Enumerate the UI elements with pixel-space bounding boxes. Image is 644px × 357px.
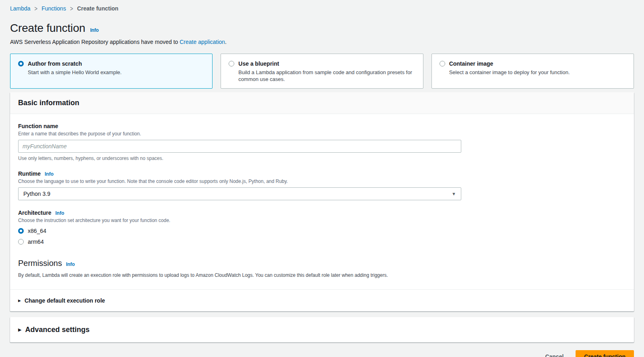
radio-selected-icon[interactable]: [18, 61, 24, 66]
function-name-field-group: Function name Enter a name that describe…: [18, 123, 626, 161]
title-info-link[interactable]: Info: [90, 27, 99, 33]
create-function-button[interactable]: Create function: [576, 350, 634, 357]
advanced-settings-expander[interactable]: ▶ Advanced settings: [10, 317, 634, 342]
create-application-link[interactable]: Create application: [180, 39, 225, 45]
radio-unselected-icon[interactable]: [18, 239, 24, 245]
runtime-field-group: Runtime Info Choose the language to use …: [18, 170, 626, 200]
card-title: Author from scratch: [28, 60, 122, 68]
card-container-image[interactable]: Container image Select a container image…: [431, 54, 634, 89]
architecture-radio-group: x86_64 arm64: [18, 228, 626, 245]
permissions-info-link[interactable]: Info: [66, 262, 75, 267]
expand-collapsed-icon: ▶: [18, 299, 21, 303]
runtime-selected-value: Python 3.9: [23, 191, 50, 197]
permissions-title: Permissions Info: [18, 259, 626, 268]
expander-label: Change default execution role: [25, 297, 105, 304]
basic-information-header: Basic information: [10, 92, 634, 114]
advanced-settings-panel: ▶ Advanced settings: [10, 317, 634, 342]
breadcrumb-current: Create function: [77, 5, 118, 12]
subtitle-period: .: [225, 39, 227, 45]
breadcrumb-separator-icon: >: [35, 5, 38, 12]
architecture-field-group: Architecture Info Choose the instruction…: [18, 210, 626, 245]
basic-information-body: Function name Enter a name that describe…: [10, 114, 634, 289]
architecture-description: Choose the instruction set architecture …: [18, 217, 626, 224]
radio-selected-icon[interactable]: [18, 228, 24, 234]
card-title: Use a blueprint: [238, 60, 415, 68]
breadcrumb-link-functions[interactable]: Functions: [41, 5, 66, 12]
chevron-down-icon: ▼: [452, 191, 456, 196]
card-text: Use a blueprint Build a Lambda applicati…: [238, 60, 415, 83]
function-name-description: Enter a name that describes the purpose …: [18, 131, 626, 137]
architecture-label: Architecture Info: [18, 210, 626, 216]
permissions-title-text: Permissions: [18, 259, 62, 268]
card-text: Container image Select a container image…: [449, 60, 570, 76]
permissions-description: By default, Lambda will create an execut…: [18, 272, 626, 278]
basic-information-panel: Basic information Function name Enter a …: [10, 92, 634, 311]
breadcrumb: Lambda > Functions > Create function: [10, 5, 634, 12]
change-execution-role-expander[interactable]: ▶ Change default execution role: [10, 289, 634, 311]
radio-unselected-icon[interactable]: [229, 61, 234, 66]
card-author-from-scratch[interactable]: Author from scratch Start with a simple …: [10, 54, 213, 89]
card-title: Container image: [449, 60, 570, 68]
runtime-label-text: Runtime: [18, 170, 41, 177]
breadcrumb-separator-icon: >: [70, 5, 73, 12]
function-name-input[interactable]: [18, 140, 461, 153]
function-name-label: Function name: [18, 123, 626, 129]
function-name-constraint: Use only letters, numbers, hyphens, or u…: [18, 156, 626, 161]
expand-collapsed-icon: ▶: [18, 327, 21, 332]
architecture-label-text: Architecture: [18, 210, 51, 216]
runtime-info-link[interactable]: Info: [45, 171, 54, 177]
card-description: Build a Lambda application from sample c…: [238, 69, 415, 83]
page-title-text: Create function: [10, 22, 85, 35]
card-text: Author from scratch Start with a simple …: [28, 60, 122, 76]
permissions-section: Permissions Info By default, Lambda will…: [18, 259, 626, 278]
radio-option-label: x86_64: [28, 228, 46, 234]
creation-option-cards: Author from scratch Start with a simple …: [10, 54, 634, 89]
card-description: Select a container image to deploy for y…: [449, 69, 570, 76]
runtime-label: Runtime Info: [18, 170, 626, 177]
card-description: Start with a simple Hello World example.: [28, 69, 122, 76]
cancel-button[interactable]: Cancel: [537, 351, 572, 357]
radio-option-label: arm64: [28, 239, 44, 245]
radio-option-x86-64[interactable]: x86_64: [18, 228, 626, 234]
footer-actions: Cancel Create function: [10, 350, 634, 357]
basic-information-title: Basic information: [18, 99, 626, 107]
architecture-info-link[interactable]: Info: [55, 210, 64, 216]
subtitle-text: AWS Serverless Application Repository ap…: [10, 39, 180, 45]
runtime-select[interactable]: Python 3.9 ▼: [18, 187, 461, 200]
radio-option-arm64[interactable]: arm64: [18, 239, 626, 245]
page-subtitle: AWS Serverless Application Repository ap…: [10, 39, 634, 45]
expander-label: Advanced settings: [25, 326, 89, 334]
breadcrumb-link-lambda[interactable]: Lambda: [10, 5, 31, 12]
radio-unselected-icon[interactable]: [440, 61, 445, 66]
card-use-a-blueprint[interactable]: Use a blueprint Build a Lambda applicati…: [221, 54, 423, 89]
runtime-description: Choose the language to use to write your…: [18, 178, 626, 185]
page-title: Create function Info: [10, 22, 634, 35]
